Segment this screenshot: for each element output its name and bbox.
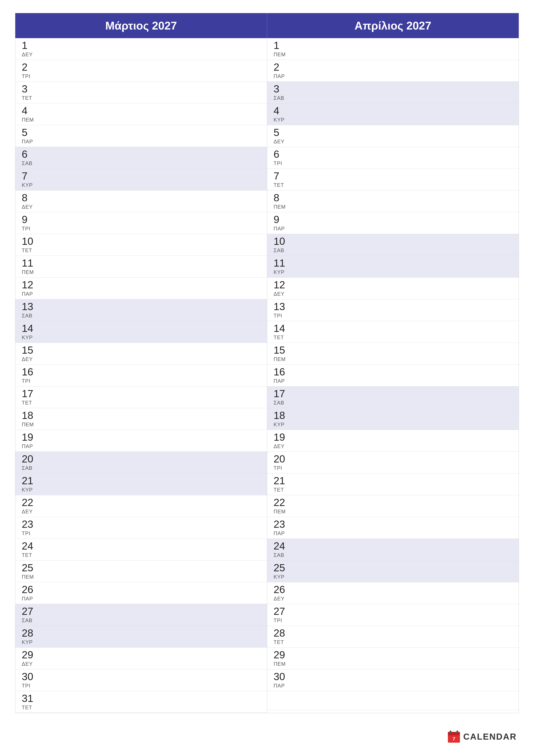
day-row (267, 691, 519, 710)
day-name: ΔΕΥ (22, 356, 41, 362)
svg-rect-3 (449, 731, 451, 734)
day-row: 11ΚΥΡ (267, 256, 519, 278)
day-row: 18ΚΥΡ (267, 408, 519, 430)
day-name: ΔΕΥ (274, 139, 293, 145)
day-number: 3 (274, 84, 293, 94)
day-name: ΚΥΡ (274, 574, 293, 580)
day-name: ΔΕΥ (22, 51, 41, 58)
day-number: 12 (22, 280, 41, 290)
day-name: ΤΕΤ (22, 247, 41, 254)
day-name: ΤΡΙ (22, 683, 41, 689)
day-row: 4ΠΕΜ (15, 103, 267, 125)
day-number: 10 (22, 236, 41, 247)
day-row: 23ΤΡΙ (15, 517, 267, 539)
day-name: ΔΕΥ (274, 291, 293, 297)
day-number: 14 (22, 323, 41, 334)
day-row: 6ΣΑΒ (15, 147, 267, 169)
day-row: 19ΠΑΡ (15, 430, 267, 452)
day-name: ΔΕΥ (22, 204, 41, 210)
day-row: 28ΤΕΤ (267, 626, 519, 648)
day-number: 2 (22, 62, 41, 72)
day-name: ΤΕΤ (274, 335, 293, 340)
day-name: ΤΕΤ (22, 400, 41, 406)
day-row: 15ΠΕΜ (267, 343, 519, 364)
day-name: ΣΑΒ (274, 400, 293, 406)
day-name: ΠΑΡ (22, 443, 41, 449)
day-number: 5 (22, 127, 41, 138)
day-number: 11 (274, 258, 293, 268)
day-row: 28ΚΥΡ (15, 626, 267, 648)
day-row: 14ΤΕΤ (267, 321, 519, 343)
day-number: 9 (22, 214, 41, 225)
month-column-0: 1ΔΕΥ2ΤΡΙ3ΤΕΤ4ΠΕΜ5ΠΑΡ6ΣΑΒ7ΚΥΡ8ΔΕΥ9ΤΡΙ10ΤΕ… (15, 38, 267, 713)
day-number: 25 (274, 563, 293, 573)
day-row: 29ΔΕΥ (15, 648, 267, 669)
day-row: 3ΣΑΒ (267, 82, 519, 103)
day-name: ΔΕΥ (22, 509, 41, 515)
day-number: 2 (274, 62, 293, 72)
day-number: 29 (22, 650, 41, 660)
day-number: 24 (22, 541, 41, 551)
day-number: 3 (22, 84, 41, 94)
day-row: 1ΔΕΥ (15, 38, 267, 60)
day-number: 23 (22, 519, 41, 529)
day-number: 17 (274, 389, 293, 399)
day-number: 8 (22, 193, 41, 203)
day-row: 4ΚΥΡ (267, 103, 519, 125)
day-row: 22ΠΕΜ (267, 495, 519, 517)
day-number: 25 (22, 563, 41, 573)
day-name: ΚΥΡ (274, 421, 293, 428)
day-row: 30ΤΡΙ (15, 669, 267, 691)
month-header: Απρίλιος 2027 (267, 13, 519, 38)
day-number: 10 (274, 236, 293, 247)
day-row: 30ΠΑΡ (267, 669, 519, 691)
month-column-1: 1ΠΕΜ2ΠΑΡ3ΣΑΒ4ΚΥΡ5ΔΕΥ6ΤΡΙ7ΤΕΤ8ΠΕΜ9ΠΑΡ10ΣΑ… (267, 38, 519, 713)
day-number: 31 (22, 693, 41, 704)
day-row: 3ΤΕΤ (15, 82, 267, 103)
day-row: 10ΣΑΒ (267, 234, 519, 256)
day-number: 20 (274, 454, 293, 464)
day-number: 29 (274, 650, 293, 660)
day-number: 28 (22, 628, 41, 638)
day-number: 16 (274, 367, 293, 377)
day-name: ΤΡΙ (22, 530, 41, 536)
day-row: 20ΣΑΒ (15, 452, 267, 473)
day-name: ΣΑΒ (274, 552, 293, 558)
day-row: 16ΤΡΙ (15, 364, 267, 387)
day-number: 14 (274, 323, 293, 334)
day-name: ΚΥΡ (22, 335, 41, 340)
day-number: 27 (22, 606, 41, 617)
day-name: ΠΕΜ (274, 509, 293, 515)
calendar-icon: 7 (447, 730, 460, 743)
day-number: 7 (22, 171, 41, 181)
day-row: 7ΚΥΡ (15, 169, 267, 191)
day-number: 9 (274, 214, 293, 225)
svg-rect-2 (448, 734, 460, 735)
day-row: 31ΤΕΤ (15, 691, 267, 713)
day-number: 6 (274, 149, 293, 159)
day-name: ΠΑΡ (274, 73, 293, 79)
day-row: 5ΔΕΥ (267, 125, 519, 147)
day-number: 22 (274, 498, 293, 508)
day-name: ΠΑΡ (22, 139, 41, 145)
day-row: 26ΠΑΡ (15, 582, 267, 604)
day-name: ΤΕΤ (22, 705, 41, 711)
day-name: ΤΡΙ (274, 160, 293, 166)
footer-text: CALENDAR (463, 732, 517, 742)
day-name: ΣΑΒ (22, 617, 41, 623)
day-row: 20ΤΡΙ (267, 452, 519, 473)
day-number: 4 (22, 106, 41, 116)
day-row: 27ΣΑΒ (15, 604, 267, 626)
day-name: ΔΕΥ (274, 443, 293, 449)
day-name: ΤΡΙ (22, 73, 41, 79)
day-row: 23ΠΑΡ (267, 517, 519, 539)
day-name: ΣΑΒ (22, 313, 41, 319)
day-row: 10ΤΕΤ (15, 234, 267, 256)
day-number: 1 (274, 40, 293, 51)
day-row: 2ΠΑΡ (267, 60, 519, 82)
day-name: ΤΡΙ (274, 465, 293, 471)
svg-rect-4 (456, 731, 458, 734)
day-number: 15 (274, 345, 293, 355)
day-name: ΚΥΡ (274, 117, 293, 123)
day-name: ΤΡΙ (274, 313, 293, 319)
